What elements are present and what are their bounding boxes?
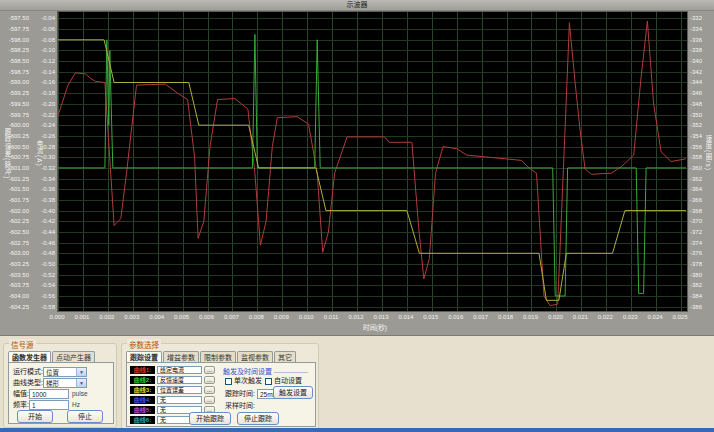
window-bottom-edge bbox=[0, 428, 714, 432]
tick-label: -0.52 bbox=[29, 272, 55, 278]
tick-label: 0.022 bbox=[593, 314, 617, 320]
channel-value-input[interactable]: 反馈速度 bbox=[157, 376, 202, 384]
tick-label: -366 bbox=[690, 197, 714, 203]
tick-label: -384 bbox=[690, 293, 714, 299]
trace-2 bbox=[58, 34, 686, 296]
field-input[interactable]: 1000 bbox=[29, 389, 69, 399]
tick-label: -382 bbox=[690, 282, 714, 288]
stop-trace-button[interactable]: 停止跟踪 bbox=[237, 412, 279, 425]
channel-row: 曲线1:给定电流... bbox=[130, 366, 215, 375]
tick-label: -597.50 bbox=[0, 15, 29, 21]
tick-label: -340 bbox=[690, 58, 714, 64]
tick-label: -0.34 bbox=[29, 176, 55, 182]
tick-label: -372 bbox=[690, 229, 714, 235]
channel-browse-button[interactable]: ... bbox=[204, 396, 215, 404]
trace-3 bbox=[58, 40, 686, 301]
tick-label: 0.008 bbox=[244, 314, 268, 320]
chevron-down-icon[interactable]: ▼ bbox=[76, 368, 86, 376]
field-label: 频率: bbox=[13, 401, 29, 408]
single-trigger-checkbox[interactable] bbox=[225, 378, 232, 385]
channel-value-input[interactable]: 位置误差 bbox=[157, 386, 202, 394]
channel-row: 曲线2:反馈速度... bbox=[130, 376, 215, 385]
field-select[interactable]: 梯形▼ bbox=[43, 378, 87, 388]
tick-label: -0.10 bbox=[29, 47, 55, 53]
tick-label: -598.50 bbox=[0, 58, 29, 64]
tick-label: -342 bbox=[690, 69, 714, 75]
tick-label: 0.007 bbox=[219, 314, 243, 320]
tick-label: -352 bbox=[690, 122, 714, 128]
tick-label: -598.00 bbox=[0, 37, 29, 43]
chevron-down-icon[interactable]: ▼ bbox=[76, 379, 86, 387]
auto-set-label: 自动设置 bbox=[274, 377, 302, 384]
tick-label: -0.42 bbox=[29, 218, 55, 224]
channel-chip: 曲线1: bbox=[130, 366, 155, 374]
tick-label: -0.44 bbox=[29, 229, 55, 235]
field-input[interactable]: 1 bbox=[29, 400, 69, 410]
tick-label: 0.004 bbox=[145, 314, 169, 320]
tick-label: -380 bbox=[690, 272, 714, 278]
tick-label: -0.16 bbox=[29, 79, 55, 85]
field-value: 梯形 bbox=[46, 380, 59, 387]
tick-label: -602.25 bbox=[0, 218, 29, 224]
channel-browse-button[interactable]: ... bbox=[204, 366, 215, 374]
tick-label: -0.26 bbox=[29, 133, 55, 139]
tick-label: -0.18 bbox=[29, 90, 55, 96]
trigger-setup-button[interactable]: 触发设置 bbox=[273, 386, 313, 399]
channel-chip: 曲线6: bbox=[130, 416, 155, 424]
tick-label: -344 bbox=[690, 79, 714, 85]
channel-chip: 曲线4: bbox=[130, 396, 155, 404]
signal-source-tabpage: 运行模式:位置▼曲线类型:梯形▼幅值:1000pulse频率:1Hz 开始 停止 bbox=[8, 362, 114, 424]
channel-browse-button[interactable]: ... bbox=[204, 386, 215, 394]
tick-label: 0.011 bbox=[319, 314, 343, 320]
tick-label: 0.000 bbox=[45, 314, 69, 320]
field-row: 曲线类型:梯形▼ bbox=[13, 377, 87, 388]
auto-set-row: 自动设置 bbox=[265, 375, 302, 386]
trace-time-label: 跟踪时间: bbox=[225, 390, 255, 397]
sample-time-row: 采样时间: bbox=[225, 400, 255, 411]
auto-set-checkbox[interactable] bbox=[265, 378, 272, 385]
tick-label: -599.75 bbox=[0, 112, 29, 118]
field-select[interactable]: 位置▼ bbox=[43, 367, 87, 377]
tick-label: -364 bbox=[690, 186, 714, 192]
tick-label: 0.009 bbox=[269, 314, 293, 320]
tick-label: 0.021 bbox=[568, 314, 592, 320]
tick-label: 0.003 bbox=[120, 314, 144, 320]
field-row: 幅值:1000pulse bbox=[13, 388, 88, 399]
tick-label: -334 bbox=[690, 26, 714, 32]
param-select-group: 参数选择 跟踪设置增益参数限制参数监视参数其它 曲线1:给定电流...曲线2:反… bbox=[121, 343, 319, 430]
tick-label: -602.00 bbox=[0, 208, 29, 214]
start-trace-button[interactable]: 开始跟踪 bbox=[189, 412, 231, 425]
tick-label: 0.020 bbox=[543, 314, 567, 320]
field-label: 幅值: bbox=[13, 390, 29, 397]
tick-label: 0.025 bbox=[668, 314, 692, 320]
tick-label: -386 bbox=[690, 304, 714, 310]
tick-label: -597.75 bbox=[0, 26, 29, 32]
tick-label: 0.018 bbox=[494, 314, 518, 320]
tick-label: 0.015 bbox=[419, 314, 443, 320]
signal-source-group-title: 信号源 bbox=[9, 339, 36, 350]
field-row: 频率:1Hz bbox=[13, 399, 80, 410]
tick-label: -0.06 bbox=[29, 26, 55, 32]
tick-label: -0.46 bbox=[29, 240, 55, 246]
field-value: 位置 bbox=[46, 369, 59, 376]
field-label: 运行模式: bbox=[13, 368, 43, 375]
signal-source-group: 信号源 函数发生器点动产生器 运行模式:位置▼曲线类型:梯形▼幅值:1000pu… bbox=[3, 343, 117, 428]
tick-label: -0.12 bbox=[29, 58, 55, 64]
channel-value-input[interactable]: 给定电流 bbox=[157, 366, 202, 374]
tick-label: -599.50 bbox=[0, 101, 29, 107]
start-button[interactable]: 开始 bbox=[17, 410, 53, 423]
tick-label: -0.04 bbox=[29, 15, 55, 21]
channel-value-input[interactable]: 无 bbox=[157, 396, 202, 404]
chart-canvas bbox=[58, 12, 687, 311]
header-rule bbox=[274, 372, 308, 373]
application-window: 示波器 -597.50-597.75-598.00-598.25-598.50-… bbox=[0, 0, 714, 432]
tick-label: -0.24 bbox=[29, 122, 55, 128]
tick-label: -0.38 bbox=[29, 197, 55, 203]
stop-button[interactable]: 停止 bbox=[67, 410, 103, 423]
axis-right-title: 速度(圈/s) bbox=[703, 135, 713, 171]
tick-label: -374 bbox=[690, 240, 714, 246]
trace-1 bbox=[58, 21, 686, 306]
channel-browse-button[interactable]: ... bbox=[204, 376, 215, 384]
tick-label: -368 bbox=[690, 208, 714, 214]
axis-x-title: 时间(秒) bbox=[330, 322, 420, 332]
